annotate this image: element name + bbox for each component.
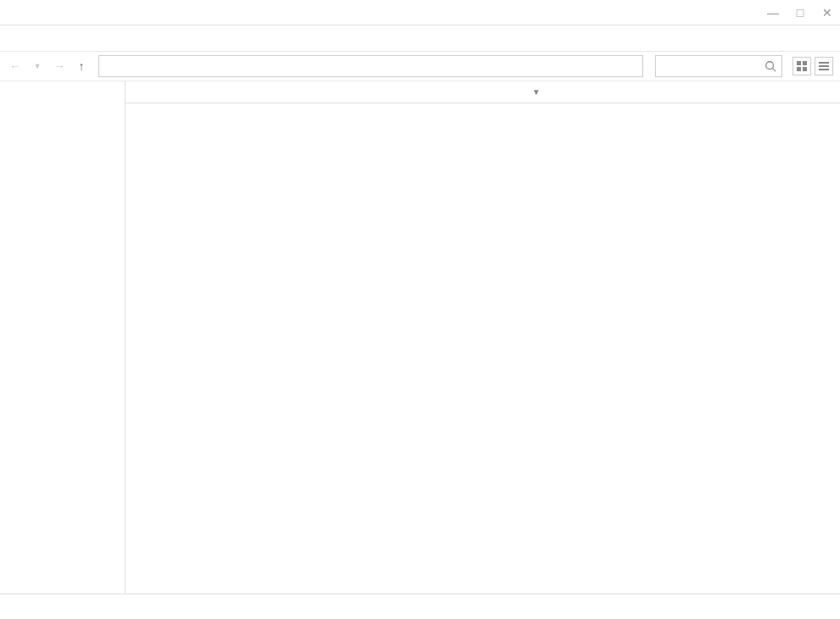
titlebar: — □ ✕ xyxy=(0,0,840,25)
minimize-button[interactable]: — xyxy=(767,7,779,19)
svg-rect-4 xyxy=(797,67,801,71)
svg-rect-7 xyxy=(819,65,829,67)
view-list-button[interactable] xyxy=(815,57,833,75)
sort-indicator-icon: ▼ xyxy=(532,87,540,97)
nav-history[interactable]: ▼ xyxy=(29,58,46,75)
svg-rect-6 xyxy=(819,62,829,64)
svg-line-1 xyxy=(773,69,776,72)
sidebar xyxy=(0,81,126,594)
main: ▼ xyxy=(0,81,840,594)
search-input[interactable] xyxy=(655,55,782,77)
svg-point-0 xyxy=(766,62,774,70)
toolbar: ← ▼ → ↑ xyxy=(0,51,840,81)
menu-edit[interactable] xyxy=(27,35,34,42)
close-button[interactable]: ✕ xyxy=(821,7,833,19)
column-headers: ▼ xyxy=(126,81,840,103)
menu-view[interactable] xyxy=(48,35,54,42)
menu-tools[interactable] xyxy=(68,35,75,42)
nav-up[interactable]: ↑ xyxy=(73,58,90,75)
view-grid-button[interactable] xyxy=(792,57,811,75)
breadcrumb[interactable] xyxy=(98,55,643,77)
col-name[interactable]: ▼ xyxy=(129,87,547,97)
svg-rect-2 xyxy=(797,61,801,65)
nav-back[interactable]: ← xyxy=(7,58,24,75)
file-list: ▼ xyxy=(126,81,840,594)
svg-rect-5 xyxy=(803,67,807,71)
menubar xyxy=(0,25,840,51)
window-controls: — □ ✕ xyxy=(767,0,833,25)
menu-file[interactable] xyxy=(7,35,14,42)
search-icon xyxy=(764,60,776,72)
nav-forward[interactable]: → xyxy=(51,58,68,75)
file-rows xyxy=(126,103,840,594)
svg-rect-3 xyxy=(803,61,807,65)
statusbar xyxy=(0,594,840,619)
svg-rect-8 xyxy=(819,69,829,70)
maximize-button[interactable]: □ xyxy=(794,7,806,19)
